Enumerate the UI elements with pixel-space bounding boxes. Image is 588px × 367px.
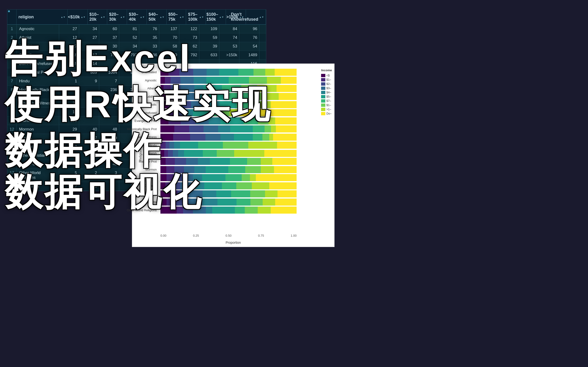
bar-segment: [160, 109, 168, 116]
bar-label: Atheist: [121, 87, 159, 90]
legend-swatch-gt150k: [321, 108, 325, 111]
bar-track: [160, 85, 297, 92]
row-value: 58: [159, 42, 179, 50]
row-value: 299: [79, 182, 99, 191]
bar-segment: [267, 77, 281, 84]
row-value: 1489: [239, 51, 259, 59]
bar-segment: [175, 109, 182, 116]
bar-segment: [234, 134, 253, 141]
row-religion: Muslim: [17, 134, 59, 142]
bar-segment: [175, 158, 186, 165]
row-value: 418: [59, 51, 79, 59]
row-value: 59: [199, 33, 219, 42]
bar-segment: [204, 85, 222, 92]
bar-segment: [177, 207, 183, 214]
bar-segment: [161, 142, 166, 149]
chart-inner: Religion UnaffiliatedAgnosticAtheistBudd…: [132, 64, 334, 247]
row-religion: Mormon: [17, 125, 59, 134]
row-value: 40: [79, 125, 99, 134]
chart-bar-row: Other Christian: [160, 190, 297, 198]
bar-segment: [164, 85, 171, 92]
row-number: 14: [7, 142, 17, 151]
x-axis: 0.00 0.25 0.50 0.75 1.00: [160, 234, 297, 237]
bar-segment: [212, 207, 235, 214]
row-number: 10: [7, 108, 17, 116]
legend-item-40-50k: $4–: [321, 91, 332, 94]
bar-segment: [245, 207, 258, 214]
bar-segment: [184, 166, 194, 173]
row-value: 949: [159, 51, 179, 59]
chart-bar-row: Catholic: [160, 101, 297, 108]
row-value: 792: [179, 51, 199, 59]
row-number: 18: [7, 182, 17, 191]
row-value: 35: [139, 33, 159, 42]
bar-segment: [265, 190, 278, 197]
row-number: 12: [7, 125, 17, 134]
bar-segment: [182, 109, 188, 116]
row-value: 27: [59, 42, 79, 50]
chart-bar-row: Mormon: [160, 166, 297, 173]
bar-segment: [208, 93, 228, 100]
bar-segment: [190, 134, 205, 141]
row-number: 5: [7, 59, 17, 68]
chart-bar-row: Hindu: [160, 142, 297, 149]
row-value: 1064: [99, 68, 119, 77]
row-value: 617: [79, 51, 99, 59]
chart-bar-row: Mainline Prot: [160, 158, 297, 165]
bar-segment: [189, 125, 204, 133]
legend-item-50-75k: $5–: [321, 95, 332, 98]
bar-track: [160, 158, 297, 165]
bar-segment: [236, 182, 252, 189]
legend-item-10-20k: $1–: [321, 78, 332, 81]
bar-segment: [268, 117, 275, 125]
bar-segment: [265, 125, 271, 133]
row-value: 21: [79, 42, 99, 50]
bar-segment: [193, 69, 207, 76]
bar-segment: [160, 117, 168, 125]
bar-segment: [160, 190, 170, 197]
bar-segment: [271, 101, 297, 108]
row-value: 76: [139, 25, 159, 33]
row-value: 40: [99, 160, 119, 168]
bar-segment: [173, 150, 178, 157]
bar-segment: [174, 166, 184, 173]
bar-segment: [188, 109, 193, 116]
row-value: 217: [59, 182, 79, 191]
row-religion: Agnostic: [17, 25, 59, 33]
row-value: 37: [99, 33, 119, 42]
row-value: 109: [199, 25, 219, 33]
bar-segment: [219, 69, 238, 76]
bar-segment: [250, 101, 261, 108]
bar-segment: [206, 77, 229, 84]
bar-segment: [263, 199, 275, 206]
bar-segment: [160, 207, 177, 214]
row-value: 575: [59, 68, 79, 77]
chart-legend: Income <$ $1– $2– $3– $4–: [321, 68, 332, 115]
row-value: [79, 108, 99, 116]
row-religion: Evangelical Prot: [17, 68, 59, 77]
bar-segment: [230, 125, 253, 133]
legend-swatch-10-20k: [321, 78, 325, 81]
row-value: 39: [199, 42, 219, 50]
bar-segment: [169, 93, 176, 100]
col-50-75k: $50–75k ▲▼: [166, 10, 186, 24]
bar-label: Other World Religions: [121, 209, 159, 212]
row-value: 9: [79, 77, 99, 85]
row-value: [99, 108, 119, 116]
col-lt10k: <$10k ▲▼: [68, 10, 88, 24]
legend-swatch-dontknow: [321, 112, 325, 115]
legend-item-75-100k: $7–: [321, 99, 332, 103]
bar-segment: [194, 77, 206, 84]
bar-segment: [206, 166, 228, 173]
bar-segment: [220, 101, 236, 108]
bar-segment: [172, 182, 181, 189]
row-value: 30: [99, 42, 119, 50]
row-value: 27: [79, 33, 99, 42]
bar-segment: [184, 150, 203, 157]
bar-segment: [225, 174, 242, 181]
table-row: 1Agnostic27346081761371221098496: [7, 25, 266, 33]
row-value: 633: [199, 51, 219, 59]
bar-label: Jehovah's Witness: [121, 135, 159, 139]
bar-segment: [203, 150, 216, 157]
bar-segment: [236, 101, 250, 108]
